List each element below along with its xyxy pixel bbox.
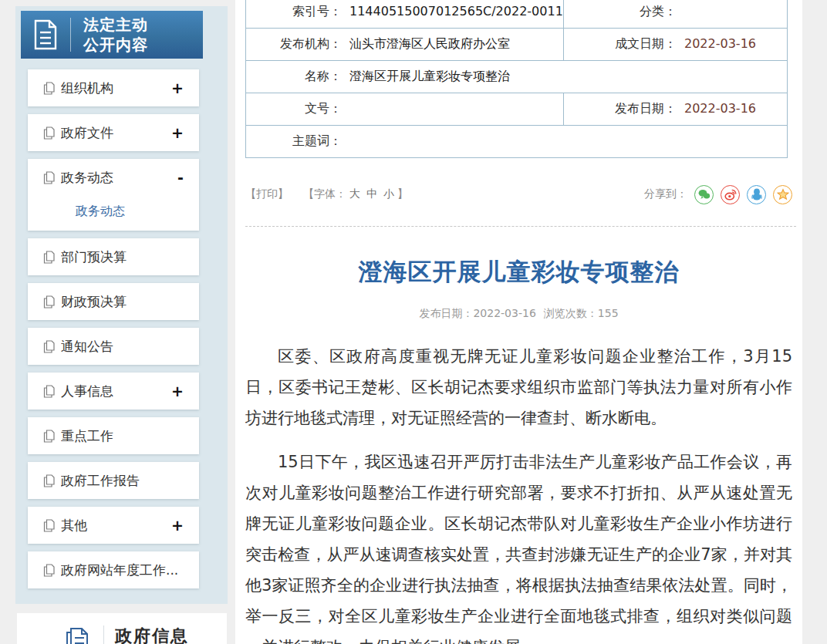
print-font-controls: 【打印】 【字体：大中小】 [245, 187, 408, 201]
annual-box-divider [103, 625, 104, 644]
sidebar-item-label: 政务动态 [61, 169, 173, 187]
sidebar-item-label: 通知公告 [61, 338, 179, 356]
weibo-share-icon[interactable] [721, 185, 740, 204]
annual-report-line1: 政府信息 [115, 626, 189, 644]
sidebar: 法定主动 公开内容 组织机构 + 政府文件 + 政务动态 - 政务动态 部门预决… [15, 6, 228, 604]
table-row: 索引号：11440515007012565C/2022-00116 分类： [246, 0, 788, 29]
expand-plus-icon[interactable]: + [167, 517, 184, 534]
table-row: 发布机构：汕头市澄海区人民政府办公室 成文日期：2022-03-16 [246, 29, 788, 61]
sidebar-item-dept-budget[interactable]: 部门预决算 [28, 238, 199, 275]
font-size-medium-button[interactable]: 中 [366, 187, 377, 200]
font-size-suffix: 】 [397, 187, 408, 200]
sidebar-item-gov-news-row[interactable]: 政务动态 - [28, 159, 199, 196]
font-size-large-button[interactable]: 大 [349, 187, 360, 200]
sidebar-header[interactable]: 法定主动 公开内容 [21, 11, 203, 59]
page-icon [43, 171, 55, 184]
table-row: 主题词： [246, 126, 788, 158]
name-value: 澄海区开展儿童彩妆专项整治 [349, 69, 510, 83]
sidebar-item-work-report[interactable]: 政府工作报告 [28, 462, 199, 499]
sidebar-item-label: 政府网站年度工作... [61, 561, 179, 579]
sidebar-subitem-gov-news[interactable]: 政务动态 [28, 196, 199, 231]
qq-share-icon[interactable] [747, 185, 766, 204]
page-icon [43, 340, 55, 353]
sidebar-item-label: 重点工作 [61, 427, 179, 445]
sidebar-item-label: 政府文件 [61, 124, 167, 142]
name-label: 名称： [251, 69, 342, 85]
sidebar-item-notices[interactable]: 通知公告 [28, 328, 199, 365]
sidebar-item-gov-news: 政务动态 - 政务动态 [28, 159, 199, 231]
sidebar-item-label: 部门预决算 [61, 248, 179, 266]
publish-date-label: 发布日期： [419, 307, 473, 319]
pub-date-label: 发布日期： [569, 101, 677, 117]
print-button[interactable]: 【打印】 [245, 187, 289, 200]
index-label: 索引号： [251, 4, 342, 20]
keywords-label: 主题词： [251, 133, 342, 150]
font-size-small-button[interactable]: 小 [383, 187, 394, 200]
page-icon [43, 295, 55, 309]
page-icon [43, 126, 55, 140]
article-body: 区委、区政府高度重视无牌无证儿童彩妆问题企业整治工作，3月15日，区委书记王楚彬… [245, 341, 792, 644]
doc-no-label: 文号： [251, 101, 342, 117]
wechat-share-icon[interactable] [694, 185, 714, 204]
documents-icon [62, 624, 94, 644]
write-date-value: 2022-03-16 [684, 36, 756, 51]
sidebar-item-website-annual-work[interactable]: 政府网站年度工作... [28, 551, 199, 588]
article-content-panel: 索引号：11440515007012565C/2022-00116 分类： 发布… [235, 0, 802, 644]
page-icon [43, 564, 55, 577]
share-bar: 分享到： [644, 185, 792, 204]
sidebar-item-label: 其他 [61, 517, 167, 534]
page-icon [43, 519, 55, 532]
qzone-share-icon[interactable] [773, 185, 792, 204]
share-label: 分享到： [644, 187, 687, 201]
header-title-line1: 法定主动 [83, 15, 148, 34]
sidebar-item-key-work[interactable]: 重点工作 [28, 417, 199, 454]
article-toolbar: 【打印】 【字体：大中小】 分享到： [245, 184, 792, 204]
publisher-label: 发布机构： [251, 36, 342, 52]
category-label: 分类： [569, 4, 677, 20]
header-title-line2: 公开内容 [83, 35, 148, 54]
index-value: 11440515007012565C/2022-00116 [349, 4, 564, 19]
page-icon [43, 251, 55, 264]
sidebar-item-gov-documents[interactable]: 政府文件 + [28, 114, 199, 151]
page-icon [43, 385, 55, 398]
sidebar-item-label: 组织机构 [61, 79, 167, 97]
document-icon [21, 19, 70, 50]
table-row: 名称：澄海区开展儿童彩妆专项整治 [246, 61, 788, 93]
sidebar-item-organization[interactable]: 组织机构 + [28, 69, 199, 106]
page-title: 澄海区开展儿童彩妆专项整治 [235, 256, 802, 288]
sidebar-item-other[interactable]: 其他 + [28, 507, 199, 544]
sidebar-header-title: 法定主动 公开内容 [71, 15, 148, 55]
page-icon [43, 474, 55, 487]
publish-date-value: 2022-03-16 [473, 307, 535, 319]
gov-info-annual-report-box[interactable]: 政府信息 公开年报 [17, 613, 227, 644]
sidebar-item-personnel[interactable]: 人事信息 + [28, 373, 199, 410]
expand-plus-icon[interactable]: + [167, 79, 184, 96]
font-size-prefix: 【字体： [303, 187, 346, 200]
sidebar-item-label: 人事信息 [61, 383, 167, 400]
expand-plus-icon[interactable]: + [167, 383, 184, 400]
article-meta: 发布日期：2022-03-16浏览次数：155 [235, 307, 802, 321]
sidebar-item-label: 财政预决算 [61, 293, 179, 311]
dashed-divider [245, 226, 796, 227]
article-paragraph: 15日下午，我区迅速召开严厉打击非法生产儿童彩妆产品工作会议，再次对儿童彩妆问题… [245, 447, 792, 644]
page-icon [43, 430, 55, 443]
sidebar-item-finance-budget[interactable]: 财政预决算 [28, 283, 199, 320]
page-icon [43, 82, 55, 95]
collapse-minus-icon[interactable]: - [173, 169, 184, 186]
document-info-table: 索引号：11440515007012565C/2022-00116 分类： 发布… [245, 0, 788, 158]
publisher-value: 汕头市澄海区人民政府办公室 [349, 36, 510, 51]
article-paragraph: 区委、区政府高度重视无牌无证儿童彩妆问题企业整治工作，3月15日，区委书记王楚彬… [245, 341, 792, 433]
table-row: 文号： 发布日期：2022-03-16 [246, 93, 788, 126]
view-count-value: 155 [598, 307, 619, 319]
sidebar-item-label: 政府工作报告 [61, 472, 179, 490]
pub-date-value: 2022-03-16 [684, 101, 756, 116]
view-count-label: 浏览次数： [544, 307, 598, 319]
expand-plus-icon[interactable]: + [167, 124, 184, 141]
write-date-label: 成文日期： [569, 36, 677, 52]
annual-report-title: 政府信息 公开年报 [115, 624, 189, 644]
